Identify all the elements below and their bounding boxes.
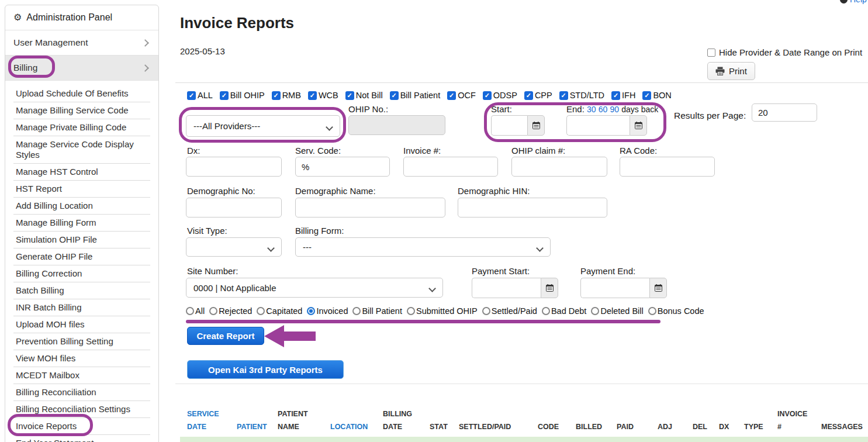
column-header-location[interactable]: LOCATION	[330, 404, 383, 433]
checkbox-bon[interactable]: BON	[642, 91, 671, 100]
hide-provider-daterange-checkbox[interactable]	[707, 49, 715, 57]
column-header-service-date[interactable]: SERVICEDATE	[187, 404, 237, 433]
demographic-name-label: Demographic Name:	[295, 186, 376, 196]
checkbox-not-bill[interactable]: Not Bill	[345, 91, 383, 100]
checkbox-ocf[interactable]: OCF	[447, 91, 476, 100]
help-label: Help	[850, 0, 867, 4]
checkbox-wcb[interactable]: WCB	[308, 91, 338, 100]
create-report-button[interactable]: Create Report	[187, 327, 264, 345]
radio-capitated[interactable]: Capitated	[257, 306, 302, 316]
ohip-claim-input[interactable]	[511, 157, 607, 177]
days-back-60-link[interactable]: 60	[599, 105, 608, 114]
hide-provider-daterange-label: Hide Provider & Date Range on Print	[719, 47, 862, 57]
column-header-patient[interactable]: PATIENT	[237, 404, 278, 433]
end-date-input[interactable]	[566, 115, 630, 136]
sidebar-item-generate-ohip-file[interactable]: Generate OHIP File	[13, 248, 150, 265]
ohip-no-input[interactable]	[348, 115, 445, 135]
header-line: STAT	[430, 420, 459, 433]
sidebar-item-upload-moh-files[interactable]: Upload MOH files	[13, 316, 150, 333]
checkbox-odsp[interactable]: ODSP	[483, 91, 517, 100]
checkbox-bill-patient[interactable]: Bill Patient	[390, 91, 441, 100]
days-back-30-link[interactable]: 30	[587, 105, 596, 114]
checkbox-rmb[interactable]: RMB	[272, 91, 301, 100]
sidebar-item-prevention-billing-setting[interactable]: Prevention Billing Setting	[13, 333, 150, 350]
header-line: BILLING	[383, 408, 430, 420]
days-back-90-link[interactable]: 90	[610, 105, 620, 114]
radio-bad-debt[interactable]: Bad Debt	[542, 306, 586, 316]
payment-start-input[interactable]	[472, 278, 541, 298]
results-per-page-input[interactable]	[752, 103, 817, 122]
invoice-no-input[interactable]	[403, 157, 498, 177]
start-calendar-button[interactable]	[527, 115, 545, 136]
ra-code-input[interactable]	[620, 157, 715, 177]
checkbox-bill-ohip[interactable]: Bill OHIP	[220, 91, 265, 100]
sidebar-item-end-year-statement[interactable]: End Year Statement	[13, 435, 150, 442]
radio-submitted-ohip[interactable]: Submitted OHIP	[407, 306, 478, 316]
radio-icon	[186, 307, 194, 315]
radio-all[interactable]: All	[186, 306, 205, 316]
checkbox-ifh[interactable]: IFH	[611, 91, 635, 100]
sidebar-item-billing-reconciliation-settings[interactable]: Billing Reconciliation Settings	[13, 401, 150, 418]
visit-type-select[interactable]	[186, 237, 282, 257]
radio-invoiced[interactable]: Invoiced	[307, 306, 348, 316]
demographic-hin-input[interactable]	[458, 198, 607, 217]
admin-sidebar: ⚙ Administration Panel User Management B…	[5, 5, 159, 442]
checked-checkbox-icon	[220, 91, 229, 100]
header-line: LOCATION	[330, 420, 383, 433]
sidebar-item-user-management[interactable]: User Management	[5, 30, 158, 56]
start-date-input[interactable]	[491, 115, 527, 136]
demographic-name-input[interactable]	[295, 198, 445, 217]
open-kai-reports-button[interactable]: Open Kai 3rd Party Reports	[187, 360, 344, 379]
sidebar-item-view-moh-files[interactable]: View MOH files	[13, 350, 150, 367]
sidebar-item-manage-service-code-display-styles[interactable]: Manage Service Code Display Styles	[13, 136, 150, 164]
provider-select-value: ---All Providers---	[193, 121, 260, 131]
sidebar-item-mcedt-mailbox[interactable]: MCEDT Mailbox	[13, 367, 150, 384]
start-date-label: Start:	[491, 104, 512, 114]
provider-select[interactable]: ---All Providers---	[186, 115, 340, 137]
payment-end-input[interactable]	[580, 278, 649, 298]
header-line: INVOICE	[777, 408, 821, 420]
radio-bill-patient[interactable]: Bill Patient	[352, 306, 402, 316]
dx-input[interactable]	[186, 157, 282, 177]
checked-checkbox-icon	[559, 91, 568, 100]
site-number-select[interactable]: 0000 | Not Applicable	[186, 278, 443, 298]
checkbox-all[interactable]: ALL	[187, 91, 213, 100]
checkbox-label: IFH	[622, 91, 635, 100]
sidebar-item-hst-report[interactable]: HST Report	[13, 181, 150, 198]
checkbox-std-ltd[interactable]: STD/LTD	[559, 91, 604, 100]
billing-form-select[interactable]: ---	[295, 237, 551, 257]
serv-code-input[interactable]	[295, 157, 390, 177]
sidebar-item-billing-correction[interactable]: Billing Correction	[13, 265, 150, 282]
invoice-status-radio-row: All Rejected Capitated Invoiced Bill Pat…	[186, 306, 704, 316]
invoice-reports-page: ⚙ Administration Panel User Management B…	[0, 0, 868, 442]
table-row[interactable]	[180, 437, 868, 442]
sidebar-item-billing[interactable]: Billing	[5, 56, 158, 81]
sidebar-item-invoice-reports[interactable]: Invoice Reports	[13, 418, 150, 435]
sidebar-item-inr-batch-billing[interactable]: INR Batch Billing	[13, 299, 150, 316]
column-header-billed: BILLED	[576, 404, 617, 433]
header-line: ADJ	[658, 420, 693, 433]
demographic-no-input[interactable]	[186, 198, 282, 217]
radio-settled-paid[interactable]: Settled/Paid	[482, 306, 537, 316]
sidebar-item-add-billing-location[interactable]: Add Billing Location	[13, 198, 150, 215]
sidebar-title-row: ⚙ Administration Panel	[5, 5, 158, 30]
help-link[interactable]: Help	[840, 0, 867, 4]
payment-end-calendar-button[interactable]	[649, 278, 667, 298]
sidebar-item-manage-hst-control[interactable]: Manage HST Control	[13, 164, 150, 181]
radio-deleted-bill[interactable]: Deleted Bill	[591, 306, 643, 316]
sidebar-item-billing-reconciliation[interactable]: Billing Reconciliation	[13, 384, 150, 401]
site-number-select-value: 0000 | Not Applicable	[193, 283, 276, 293]
sidebar-item-manage-billing-service-code[interactable]: Manage Billing Service Code	[13, 102, 150, 119]
column-header-invoice-no: INVOICE#	[777, 404, 821, 433]
checkbox-cpp[interactable]: CPP	[524, 91, 552, 100]
print-button[interactable]: Print	[707, 62, 755, 80]
end-calendar-button[interactable]	[630, 115, 647, 136]
sidebar-item-manage-billing-form[interactable]: Manage Billing Form	[13, 215, 150, 232]
radio-bonus-code[interactable]: Bonus Code	[648, 306, 704, 316]
sidebar-item-simulation-ohip-file[interactable]: Simulation OHIP File	[13, 232, 150, 248]
sidebar-item-manage-private-billing-code[interactable]: Manage Private Billing Code	[13, 119, 150, 136]
payment-start-calendar-button[interactable]	[541, 278, 558, 298]
sidebar-item-upload-schedule[interactable]: Upload Schedule Of Benefits	[13, 85, 150, 102]
sidebar-item-batch-billing[interactable]: Batch Billing	[13, 282, 150, 299]
radio-rejected[interactable]: Rejected	[209, 306, 252, 316]
